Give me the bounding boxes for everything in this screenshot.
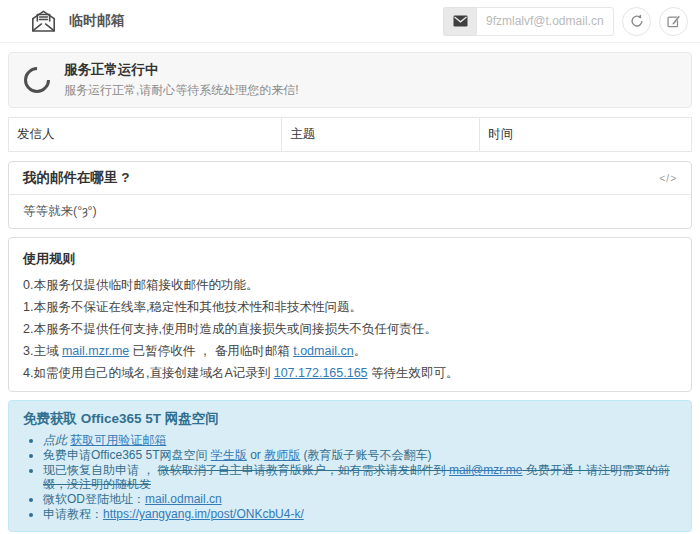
inline-text: 微软OD登陆地址：	[43, 492, 145, 506]
column-time: 时间	[480, 118, 692, 152]
where-panel-body: 等等就来(°ȝ°)	[9, 195, 691, 228]
inline-link[interactable]: mail.mzr.me	[62, 344, 129, 358]
email-address-group	[443, 7, 688, 36]
inline-link[interactable]: 教师版	[264, 448, 300, 462]
rule-item: 1.本服务不保证在线率,稳定性和其他技术性和非技术性问题。	[23, 300, 677, 315]
inline-text: (教育版子账号不会翻车)	[300, 448, 431, 462]
inline-text: 。	[354, 344, 367, 358]
service-status-panel: 服务正常运行中 服务运行正常,请耐心等待系统处理您的来信!	[8, 52, 692, 108]
inbox-table: 发信人 主题 时间	[8, 117, 692, 152]
rule-item: 0.本服务仅提供临时邮箱接收邮件的功能。	[23, 278, 677, 293]
edit-icon	[667, 14, 681, 28]
where-panel-title: 我的邮件在哪里 ?	[23, 169, 130, 187]
main-content: 服务正常运行中 服务运行正常,请耐心等待系统处理您的来信! 发信人 主题 时间 …	[0, 43, 700, 534]
inline-link[interactable]: https://yangyang.im/post/ONKcbU4-k/	[103, 507, 304, 521]
inline-link[interactable]: t.odmail.cn	[293, 344, 353, 358]
inline-text: or	[247, 448, 264, 462]
where-is-my-mail-panel: 我的邮件在哪里 ? </> 等等就来(°ȝ°)	[8, 161, 692, 229]
promo-item: 免费申请Office365 5T网盘空间 学生版 or 教师版 (教育版子账号不…	[43, 448, 677, 462]
inline-link[interactable]: 学生版	[211, 448, 247, 462]
status-subtitle: 服务运行正常,请耐心等待系统处理您的来信!	[64, 82, 299, 99]
open-envelope-icon	[30, 8, 57, 35]
spinner-icon	[19, 62, 56, 99]
inline-text: 2.本服务不提供任何支持,使用时造成的直接损失或间接损失不负任何责任。	[23, 322, 437, 336]
envelope-icon	[443, 7, 476, 36]
inbox-header-row: 发信人 主题 时间	[9, 118, 692, 152]
navbar: 临时邮箱	[0, 0, 700, 43]
refresh-icon	[630, 14, 644, 28]
inline-text: 点此	[43, 433, 70, 447]
inline-text: 等待生效即可。	[368, 366, 459, 380]
column-subject: 主题	[282, 118, 480, 152]
inline-text: 3.主域	[23, 344, 62, 358]
rule-item: 4.如需使用自己的域名,直接创建域名A记录到 107.172.165.165 等…	[23, 366, 677, 381]
inline-text: 现已恢复自助申请 ，	[43, 463, 158, 477]
promo-item: 现已恢复自助申请 ， 微软取消了自主申请教育版账户，如有需求请发邮件到 mail…	[43, 463, 677, 491]
edit-address-button[interactable]	[659, 7, 688, 36]
code-icon[interactable]: </>	[660, 173, 677, 184]
office365-title: 免费获取 Office365 5T 网盘空间	[23, 410, 677, 428]
column-sender: 发信人	[9, 118, 282, 152]
status-title: 服务正常运行中	[64, 61, 299, 79]
office365-promo-panel: 免费获取 Office365 5T 网盘空间 点此 获取可用验证邮箱 免费申请O…	[8, 400, 692, 532]
app-title: 临时邮箱	[69, 12, 125, 30]
inline-link[interactable]: 获取可用验证邮箱	[70, 433, 166, 447]
inline-link[interactable]: mail@mzr.me	[449, 463, 523, 477]
inline-text: 0.本服务仅提供临时邮箱接收邮件的功能。	[23, 278, 258, 292]
rule-item: 2.本服务不提供任何支持,使用时造成的直接损失或间接损失不负任何责任。	[23, 322, 677, 337]
inline-text: 4.如需使用自己的域名,直接创建域名A记录到	[23, 366, 274, 380]
inline-link[interactable]: 107.172.165.165	[274, 366, 368, 380]
inline-text: 微软取消了自主申请教育版账户，如有需求请发邮件到	[158, 463, 449, 477]
inline-text: 申请教程：	[43, 507, 103, 521]
email-address-input[interactable]	[476, 7, 614, 36]
inline-link[interactable]: mail.odmail.cn	[145, 492, 222, 506]
rules-title: 使用规则	[23, 250, 677, 268]
inline-text: 免费申请Office365 5T网盘空间	[43, 448, 211, 462]
inline-text: 已暂停收件 ， 备用临时邮箱	[129, 344, 293, 358]
refresh-button[interactable]	[622, 7, 651, 36]
promo-item: 点此 获取可用验证邮箱	[43, 433, 677, 447]
usage-rules-panel: 使用规则 0.本服务仅提供临时邮箱接收邮件的功能。 1.本服务不保证在线率,稳定…	[8, 237, 692, 392]
promo-item: 微软OD登陆地址：mail.odmail.cn	[43, 492, 677, 506]
promo-item: 申请教程：https://yangyang.im/post/ONKcbU4-k/	[43, 507, 677, 521]
rule-item: 3.主域 mail.mzr.me 已暂停收件 ， 备用临时邮箱 t.odmail…	[23, 344, 677, 359]
inline-text: 1.本服务不保证在线率,稳定性和其他技术性和非技术性问题。	[23, 300, 362, 314]
